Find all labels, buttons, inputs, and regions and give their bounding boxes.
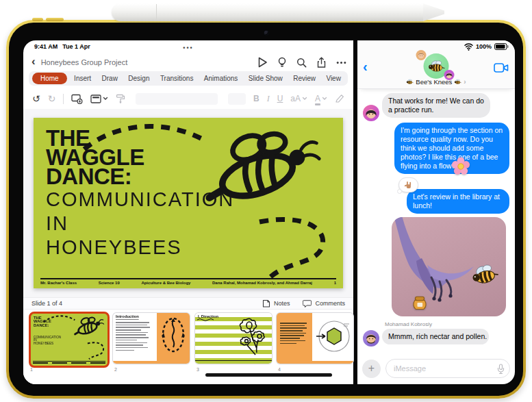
thumb4-text-panel <box>277 313 312 361</box>
font-color-button[interactable]: A <box>315 92 327 105</box>
slide-layout-button[interactable] <box>90 95 108 103</box>
message-input-field[interactable] <box>385 359 510 378</box>
format-toolbar: ↺ ↻ B I U aA A <box>23 88 353 109</box>
home-indicator[interactable] <box>205 373 332 377</box>
size-field-disabled <box>228 93 246 105</box>
thumb2-footer <box>113 361 190 364</box>
add-attachment-button[interactable]: + <box>362 360 381 378</box>
messages-app: 100% ••• Dana Rahal That works for me! W… <box>357 40 515 384</box>
new-slide-button[interactable] <box>71 94 83 104</box>
sent-message[interactable]: Let's review in the library at lunch! <box>407 189 509 214</box>
notes-icon <box>262 299 270 308</box>
apple-pencil <box>112 3 425 21</box>
font-field-disabled <box>136 93 217 105</box>
thumbnail-slide-3[interactable]: I. Direction <box>195 313 272 364</box>
ipad-bezel: 9:41 AM Tue 1 Apr ••• ‹ Honeybees Group … <box>9 23 523 396</box>
thumb1-subtitle: COMMUNICATIONINHONEYBEES <box>34 336 61 345</box>
document-title[interactable]: Honeybees Group Project <box>41 58 128 66</box>
slide-info-bar: Slide 1 of 4 Notes Comments <box>23 297 353 310</box>
battery-icon <box>494 43 509 50</box>
more-ellipsis-button[interactable] <box>336 61 346 64</box>
thumb1-title: THEWAGGLEDANCE: <box>34 316 51 327</box>
back-button[interactable]: ‹ <box>363 60 368 73</box>
slide-title-light: COMMUNICATION IN HONEYBEES <box>46 187 234 259</box>
share-icon[interactable] <box>316 57 327 68</box>
comments-button[interactable]: Comments <box>315 300 345 307</box>
front-camera <box>264 31 268 35</box>
slide-title-heavy: THE WAGGLE DANCE: <box>46 129 144 186</box>
footer-unit: Apiculture & Bee Biology <box>141 281 190 285</box>
underline-button[interactable]: U <box>277 94 283 103</box>
group-name[interactable]: Bee's Knees › <box>357 78 515 86</box>
back-button[interactable]: ‹ <box>30 55 41 69</box>
thumbnail-slide-1[interactable]: THEWAGGLEDANCE: COMMUNICATIONINHONEYBEES <box>29 312 110 368</box>
battery-percent: 100% <box>476 43 492 50</box>
thumb3-flowers <box>231 317 269 358</box>
tab-animations[interactable]: Animations <box>201 73 241 84</box>
thumbnail-slide-2[interactable]: Introduction <box>113 313 190 364</box>
tab-draw[interactable]: Draw <box>99 73 121 84</box>
received-message[interactable]: That works for me! We can do a practice … <box>382 93 490 118</box>
avatar-mohamad[interactable] <box>363 330 379 347</box>
multitasking-dots[interactable]: ••• <box>23 45 353 51</box>
redo-button[interactable]: ↻ <box>48 94 56 103</box>
thumb2-heading: Introduction <box>116 314 139 320</box>
tapback-love-you-gesture[interactable] <box>398 177 418 192</box>
thumb3-footer <box>195 360 272 364</box>
tab-slideshow[interactable]: Slide Show <box>245 73 286 84</box>
footer-authors: Dana Rahal, Mohamad Kobrosly, and Ahmad … <box>212 281 312 285</box>
tab-insert[interactable]: Insert <box>71 73 94 84</box>
thumb4-number: 4 <box>278 367 281 372</box>
bee-emoji-icon <box>406 79 414 85</box>
message-input[interactable] <box>386 360 509 377</box>
bold-button[interactable]: B <box>253 94 259 103</box>
thumb4-footer <box>277 361 353 364</box>
apple-pencil-seam <box>156 4 157 21</box>
thumbnail-slide-4[interactable] <box>277 313 353 364</box>
received-message[interactable]: Mmmm, rich nectar and pollen. <box>382 329 489 344</box>
tab-transitions[interactable]: Transitions <box>157 73 197 84</box>
highlighter-button[interactable] <box>335 94 344 103</box>
divider <box>63 94 64 104</box>
microphone-icon[interactable] <box>497 364 505 377</box>
ipad-screen: 9:41 AM Tue 1 Apr ••• ‹ Honeybees Group … <box>23 40 515 384</box>
navbar-icons <box>257 57 346 68</box>
thumb2-diagram-panel <box>157 313 190 361</box>
ipad-device: 9:41 AM Tue 1 Apr ••• ‹ Honeybees Group … <box>6 20 526 399</box>
format-painter-button[interactable] <box>116 94 125 104</box>
tab-view[interactable]: View <box>322 73 344 84</box>
undo-button[interactable]: ↺ <box>32 94 40 103</box>
present-play-button[interactable] <box>257 57 268 68</box>
footer-course: Science 10 <box>99 281 120 285</box>
status-bar-right: 100% <box>464 42 509 51</box>
slide-canvas: THE WAGGLE DANCE: COMMUNICATION IN HONEY… <box>23 109 353 297</box>
honey-pot-sticker <box>411 294 429 314</box>
sender-label: Mohamad Kobrosly <box>385 321 432 327</box>
thumb2-text <box>116 322 151 352</box>
text-size-button[interactable]: aA <box>290 94 307 103</box>
video-call-button[interactable] <box>494 63 509 75</box>
photo-message-bee-flower[interactable] <box>392 217 506 316</box>
thumb3-number: 3 <box>197 367 199 372</box>
search-icon[interactable] <box>296 58 307 68</box>
avatar-dana[interactable] <box>363 105 379 121</box>
volume-button <box>46 18 64 21</box>
designer-lightbulb-button[interactable] <box>277 57 287 68</box>
group-avatar-member-1 <box>416 50 427 60</box>
powerpoint-navbar: ‹ Honeybees Group Project <box>30 55 346 70</box>
volume-button <box>32 18 43 21</box>
message-composer: + <box>362 358 510 379</box>
thumb3-squiggle <box>197 318 217 321</box>
tab-home[interactable]: Home <box>32 73 67 84</box>
current-slide[interactable]: THE WAGGLE DANCE: COMMUNICATION IN HONEY… <box>34 118 343 288</box>
tab-review[interactable]: Review <box>290 73 319 84</box>
group-avatar[interactable] <box>424 53 449 79</box>
italic-button[interactable]: I <box>267 94 270 104</box>
photo-content <box>392 217 506 316</box>
notes-button[interactable]: Notes <box>274 300 290 307</box>
slide-footer: Mr. Bachar's Class Science 10 Apiculture… <box>40 278 336 285</box>
flower-sticker <box>451 157 470 179</box>
wifi-icon <box>464 42 473 51</box>
tab-design[interactable]: Design <box>125 73 153 84</box>
bee-emoji-icon <box>454 79 461 85</box>
